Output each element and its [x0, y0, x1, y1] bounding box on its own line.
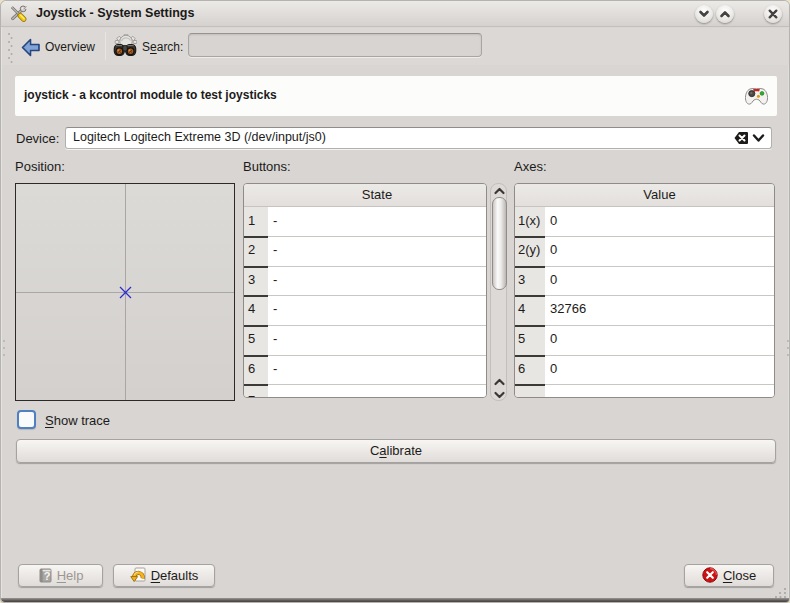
svg-text:?: ? — [43, 570, 50, 582]
